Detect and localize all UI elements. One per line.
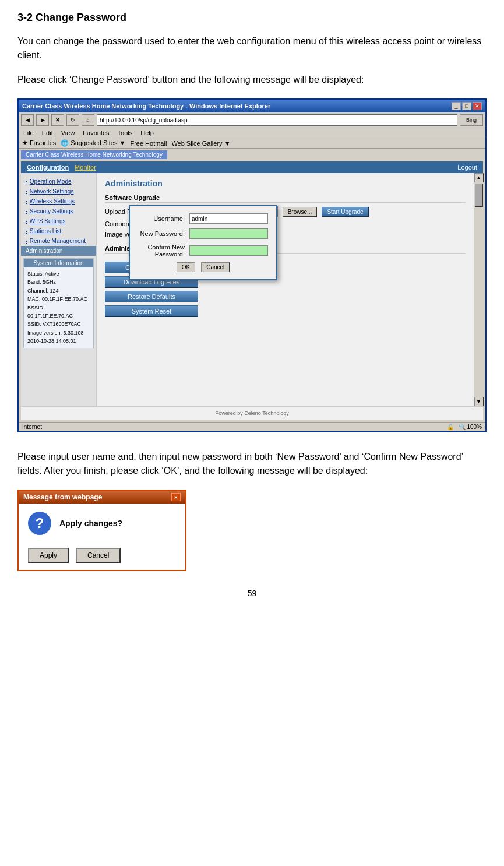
sidebar-item-remote-management[interactable]: • Remote Management bbox=[21, 236, 96, 246]
home-button[interactable]: ⌂ bbox=[82, 114, 94, 126]
sidebar-item-stations-list[interactable]: • Stations List bbox=[21, 226, 96, 236]
message-text: Apply changes? bbox=[59, 519, 122, 528]
sidebar-item-operation-mode[interactable]: • Operation Mode bbox=[21, 177, 96, 186]
stop-button[interactable]: ✖ bbox=[51, 114, 64, 126]
sidebar-label: Remote Management bbox=[30, 238, 86, 244]
menu-tools[interactable]: Tools bbox=[118, 129, 133, 136]
image-value: 6.30.108 bbox=[64, 330, 84, 336]
menu-favorites[interactable]: Favorites bbox=[83, 129, 109, 136]
tab-configuration[interactable]: Configuration bbox=[27, 164, 69, 171]
new-password-input[interactable] bbox=[189, 228, 268, 239]
browser-screenshot: Carrier Class Wireless Home Networking T… bbox=[17, 98, 487, 432]
inner-header: Configuration Monitor Logout bbox=[21, 161, 483, 173]
password-dialog: Username: New Password: Confirm New Pass… bbox=[129, 205, 277, 280]
username-label: Username: bbox=[138, 215, 185, 222]
channel-row: Channel: 124 bbox=[27, 287, 90, 295]
dialog-ok-button[interactable]: OK bbox=[177, 262, 195, 272]
back-button[interactable]: ◀ bbox=[21, 114, 34, 126]
sidebar-item-wireless-settings[interactable]: • Wireless Settings bbox=[21, 196, 96, 206]
scrollbar[interactable]: ▲ ▼ bbox=[474, 173, 483, 406]
username-input[interactable] bbox=[189, 213, 268, 224]
status-row: Status: Active bbox=[27, 270, 90, 278]
sidebar-item-wps-settings[interactable]: • WPS Settings bbox=[21, 216, 96, 226]
menu-file[interactable]: File bbox=[23, 129, 34, 136]
sidebar-item-administration[interactable]: Administration bbox=[21, 246, 96, 256]
bssid-value: 00:1F:1F:EE:70:AC bbox=[27, 313, 73, 319]
favorites-label[interactable]: ★ Favorites bbox=[22, 139, 56, 147]
ssid-value: VXT1600E70AC bbox=[43, 321, 81, 327]
channel-value: 124 bbox=[50, 288, 59, 294]
message-dialog-close-button[interactable]: × bbox=[171, 493, 181, 501]
inner-main: Administration Software Upgrade Upload F… bbox=[97, 173, 474, 406]
message-dialog-titlebar: Message from webpage × bbox=[19, 491, 185, 504]
suggested-sites[interactable]: 🌐 Suggested Sites ▼ bbox=[61, 139, 125, 147]
search-button[interactable]: Bing bbox=[460, 114, 483, 126]
close-button[interactable]: ✕ bbox=[473, 102, 482, 110]
intro-paragraph: You can change the password used to ente… bbox=[17, 34, 487, 62]
sidebar-label: Network Settings bbox=[30, 188, 74, 195]
message-dialog: Message from webpage × ? Apply changes? … bbox=[17, 490, 186, 571]
scroll-up-button[interactable]: ▲ bbox=[474, 173, 484, 182]
free-hotmail[interactable]: Free Hotmail bbox=[130, 140, 167, 147]
restore-defaults-button[interactable]: Restore Defaults bbox=[105, 291, 198, 302]
confirm-password-input[interactable] bbox=[189, 245, 268, 256]
tab-monitor[interactable]: Monitor bbox=[75, 164, 96, 171]
bullet-icon: • bbox=[26, 189, 27, 194]
inner-footer: Powered by Celeno Technology bbox=[21, 406, 483, 420]
browser-title: Carrier Class Wireless Home Networking T… bbox=[22, 103, 270, 110]
logout-button[interactable]: Logout bbox=[457, 164, 477, 171]
sidebar-label: Operation Mode bbox=[30, 178, 72, 185]
admin-title: Administration bbox=[105, 179, 466, 188]
ssid-row: SSID: VXT1600E70AC bbox=[27, 320, 90, 328]
band-label: Band: bbox=[27, 279, 41, 285]
start-upgrade-button[interactable]: Start Upgrade bbox=[322, 207, 368, 217]
new-password-row: New Password: bbox=[138, 228, 268, 239]
system-reset-row: System Reset bbox=[105, 305, 466, 317]
browser-toolbar: ◀ ▶ ✖ ↻ ⌂ http://10.0.0.10/sp/cfg_upload… bbox=[19, 112, 485, 128]
forward-button[interactable]: ▶ bbox=[36, 114, 49, 126]
apply-button[interactable]: Apply bbox=[28, 548, 69, 563]
cancel-button[interactable]: Cancel bbox=[76, 548, 121, 563]
sidebar-item-network-settings[interactable]: • Network Settings bbox=[21, 186, 96, 196]
sidebar-label: Administration bbox=[26, 248, 62, 254]
zoom-level: 🔍 100% bbox=[459, 424, 482, 430]
minimize-button[interactable]: _ bbox=[452, 102, 461, 110]
inner-sidebar: • Operation Mode • Network Settings • Wi… bbox=[21, 173, 97, 406]
mac-value: 00:1F:1F:EE:70:AC bbox=[42, 296, 87, 302]
bullet-icon: • bbox=[26, 199, 27, 204]
menu-edit[interactable]: Edit bbox=[42, 129, 53, 136]
status-right: 🔒 🔍 100% bbox=[447, 424, 482, 430]
confirm-password-label: Confirm New Password: bbox=[138, 244, 185, 258]
image-row: Image version: 6.30.108 bbox=[27, 329, 90, 337]
scroll-thumb[interactable] bbox=[475, 184, 483, 207]
web-slice-gallery[interactable]: Web Slice Gallery ▼ bbox=[171, 140, 230, 147]
software-upgrade-title: Software Upgrade bbox=[105, 194, 466, 203]
refresh-button[interactable]: ↻ bbox=[66, 114, 79, 126]
browse-button[interactable]: Browse... bbox=[283, 207, 318, 217]
restore-button[interactable]: □ bbox=[462, 102, 471, 110]
sidebar-label: Wireless Settings bbox=[30, 198, 75, 205]
bullet-icon: • bbox=[26, 219, 27, 224]
scroll-down-button[interactable]: ▼ bbox=[474, 397, 484, 406]
favorites-bar: ★ Favorites 🌐 Suggested Sites ▼ Free Hot… bbox=[19, 138, 485, 149]
restore-defaults-row: Restore Defaults bbox=[105, 291, 466, 302]
sidebar-label: Stations List bbox=[30, 228, 61, 234]
channel-label: Channel: bbox=[27, 288, 48, 294]
system-reset-button[interactable]: System Reset bbox=[105, 305, 198, 317]
question-icon: ? bbox=[28, 512, 51, 535]
browser-tab[interactable]: Carrier Class Wireless Home Networking T… bbox=[21, 150, 168, 159]
sidebar-label: Security Settings bbox=[30, 208, 73, 214]
system-info-content: Status: Active Band: 5GHz Channel: 124 bbox=[27, 270, 90, 346]
sidebar-item-security-settings[interactable]: • Security Settings bbox=[21, 206, 96, 216]
bullet-icon: • bbox=[26, 209, 27, 214]
bullet-icon: • bbox=[26, 179, 27, 184]
status-value: Active bbox=[45, 271, 59, 277]
dialog-cancel-button[interactable]: Cancel bbox=[201, 262, 230, 272]
confirm-password-row: Confirm New Password: bbox=[138, 244, 268, 258]
menu-view[interactable]: View bbox=[61, 129, 75, 136]
menu-help[interactable]: Help bbox=[140, 129, 154, 136]
mac-row: MAC: 00:1F:1F:EE:70:AC bbox=[27, 295, 90, 303]
address-bar[interactable]: http://10.0.0.10/sp/cfg_upload.asp bbox=[97, 114, 457, 126]
message-dialog-title: Message from webpage bbox=[23, 493, 102, 501]
inner-nav-tabs: Configuration Monitor bbox=[27, 164, 96, 171]
